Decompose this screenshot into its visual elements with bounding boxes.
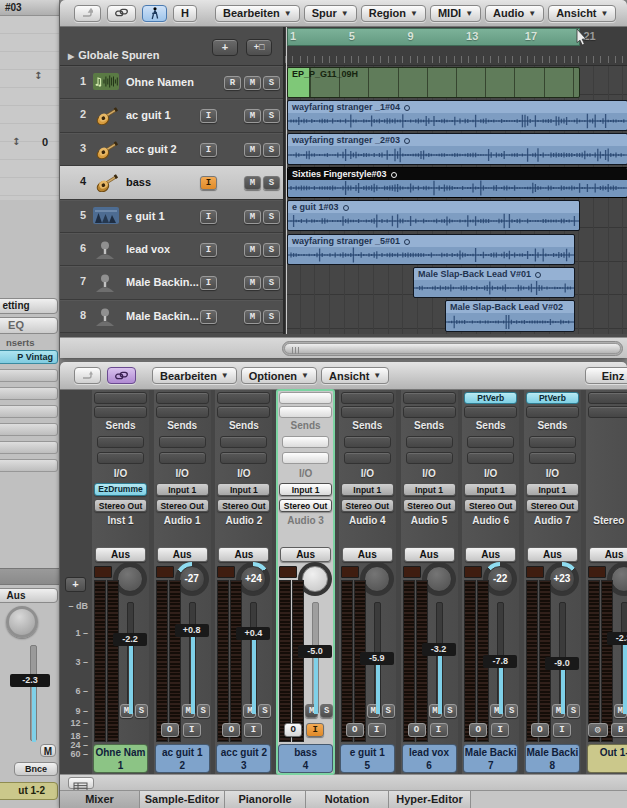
input-slot[interactable]: Input 1 xyxy=(341,483,394,496)
mute-button[interactable]: M xyxy=(244,109,261,123)
mute-button[interactable]: M xyxy=(244,176,261,190)
menu-midi[interactable]: MIDI▼ xyxy=(430,5,481,22)
send-slot[interactable] xyxy=(467,436,514,448)
solo-button[interactable]: S xyxy=(505,704,518,718)
output-slot[interactable]: Stereo Out xyxy=(279,499,332,512)
insert-slot[interactable] xyxy=(156,392,209,404)
insert-slot[interactable] xyxy=(341,392,394,404)
output-slot[interactable]: Stereo Out xyxy=(526,499,579,512)
input-monitor-button[interactable]: I xyxy=(200,276,217,290)
tab-sample-editor[interactable]: Sample-Editor xyxy=(140,791,225,808)
pan-knob[interactable] xyxy=(6,606,38,638)
fader-value[interactable]: +0.8 xyxy=(175,624,209,637)
menu-optionen[interactable]: Optionen▼ xyxy=(241,367,317,384)
track-row-lead-vox[interactable]: 6lead voxIMS xyxy=(60,233,283,266)
solo-button[interactable]: S xyxy=(567,704,580,718)
region-wayfaring-stranger-2-03[interactable]: wayfaring stranger _2#03 xyxy=(287,133,627,164)
mute-button[interactable]: M xyxy=(244,210,261,224)
channel-name-plate[interactable]: Male Backi7 xyxy=(463,744,518,773)
output-slot[interactable]: Stereo Out xyxy=(156,499,209,512)
input-slot[interactable]: Input 1 xyxy=(156,483,209,496)
tab-notation[interactable]: Notation xyxy=(306,791,389,808)
insert-slot[interactable] xyxy=(341,406,394,418)
region-wayfaring-stranger-5-01[interactable]: wayfaring stranger _5#01 xyxy=(287,234,575,265)
output-routing-button[interactable]: Aus xyxy=(404,547,455,562)
track-row-ac-guit-1[interactable]: 2ac guit 1IMS xyxy=(60,99,283,132)
horizontal-scrollbar[interactable] xyxy=(282,341,623,356)
track-row-e-guit-1[interactable]: 5e guit 1IMS xyxy=(60,200,283,233)
solo-button[interactable]: S xyxy=(258,704,271,718)
solo-button[interactable]: S xyxy=(263,143,280,157)
send-slot[interactable] xyxy=(467,452,514,464)
region-male-slap-back-lead-v-01[interactable]: Male Slap-Back Lead V#01 xyxy=(413,267,575,298)
input-slot[interactable]: Input 1 xyxy=(526,483,579,496)
record-enable-button[interactable]: R xyxy=(224,76,241,90)
channel-name-plate[interactable]: ac guit 12 xyxy=(155,744,210,773)
core-audio-button[interactable]: O xyxy=(408,723,426,737)
core-audio-button[interactable]: O xyxy=(469,723,487,737)
channel-name-plate[interactable]: Ohne Nam1 xyxy=(93,744,148,773)
solo-button[interactable]: S xyxy=(444,704,457,718)
output-routing-button[interactable]: Aus xyxy=(95,547,146,562)
send-slot[interactable] xyxy=(344,436,391,448)
insert-slot[interactable] xyxy=(217,406,270,418)
region-male-slap-back-lead-v-02[interactable]: Male Slap-Back Lead V#02 xyxy=(445,300,575,331)
solo-button[interactable]: S xyxy=(263,276,280,290)
input-monitor-button[interactable]: I xyxy=(553,723,571,737)
send-slot[interactable] xyxy=(97,452,144,464)
core-audio-button[interactable]: O xyxy=(161,723,179,737)
menu-audio[interactable]: Audio▼ xyxy=(485,5,544,22)
menu-bearbeiten[interactable]: Bearbeiten▼ xyxy=(152,367,237,384)
core-audio-button[interactable]: O xyxy=(222,723,240,737)
insert-slot[interactable] xyxy=(0,459,58,472)
input-slot[interactable]: Input 1 xyxy=(217,483,270,496)
menu-region[interactable]: Region▼ xyxy=(361,5,426,22)
channel-name-plate[interactable]: bass4 xyxy=(278,744,333,773)
core-audio-button[interactable]: O xyxy=(531,723,549,737)
channel-list-button[interactable] xyxy=(68,777,94,789)
solo-button[interactable]: S xyxy=(382,704,395,718)
mute-button[interactable]: M xyxy=(244,76,261,90)
tab-mixer[interactable]: Mixer xyxy=(60,791,140,808)
channel-name-plate[interactable]: lead vox6 xyxy=(402,744,457,773)
core-audio-button[interactable]: O xyxy=(284,723,302,737)
insert-slot[interactable] xyxy=(279,406,332,418)
catch-playhead-button[interactable] xyxy=(142,5,167,22)
solo-button[interactable]: S xyxy=(263,310,280,324)
insert-slot[interactable] xyxy=(464,406,517,418)
stereo-format-button[interactable]: ◎ xyxy=(588,723,608,737)
solo-button[interactable]: S xyxy=(320,704,333,718)
insert-slot[interactable] xyxy=(588,406,627,418)
insert-slot[interactable] xyxy=(217,392,270,404)
insert-slot[interactable] xyxy=(156,406,209,418)
menu-spur[interactable]: Spur▼ xyxy=(304,5,357,22)
add-track-button[interactable]: + xyxy=(212,39,238,56)
output-slot[interactable]: Stereo Out xyxy=(217,499,270,512)
region-e-guit-1-03[interactable]: e guit 1#03 xyxy=(287,200,580,231)
fader-value[interactable]: -5.9 xyxy=(360,652,394,665)
track-row-male-backin[interactable]: 7Male Backin...IMS xyxy=(60,266,283,299)
send-slot[interactable] xyxy=(529,452,576,464)
track-row-acc-guit-2[interactable]: 3acc guit 2IMS xyxy=(60,133,283,166)
solo-button[interactable]: S xyxy=(197,704,210,718)
input-monitor-button[interactable]: I xyxy=(200,143,217,157)
parameter-value[interactable]: 0 xyxy=(42,136,48,148)
stepper-icon[interactable]: ↕ xyxy=(12,136,20,147)
insert-slot[interactable] xyxy=(403,392,456,404)
track-row-ohne-namen[interactable]: 1Ohne NamenRMS xyxy=(60,66,283,99)
input-monitor-button[interactable]: I xyxy=(200,310,217,324)
send-slot[interactable] xyxy=(159,436,206,448)
solo-button[interactable]: S xyxy=(135,704,148,718)
region-wayfaring-stranger-1-04[interactable]: wayfaring stranger _1#04 xyxy=(287,100,627,131)
setting-button[interactable]: etting xyxy=(0,298,58,314)
fader-value[interactable]: -9.0 xyxy=(545,657,579,670)
output-routing-button[interactable]: Aus xyxy=(589,547,627,562)
input-monitor-button[interactable]: I xyxy=(430,723,448,737)
send-slot[interactable] xyxy=(282,452,329,464)
link-button[interactable] xyxy=(107,5,136,22)
output-slot[interactable]: Stereo Out xyxy=(464,499,517,512)
region-sixties-fingerstyle-03[interactable]: Sixties Fingerstyle#03 xyxy=(287,167,627,198)
scrollbar-thumb[interactable] xyxy=(284,343,621,354)
output-routing-button[interactable]: Aus xyxy=(342,547,393,562)
input-slot[interactable]: EzDrumme xyxy=(94,483,147,496)
